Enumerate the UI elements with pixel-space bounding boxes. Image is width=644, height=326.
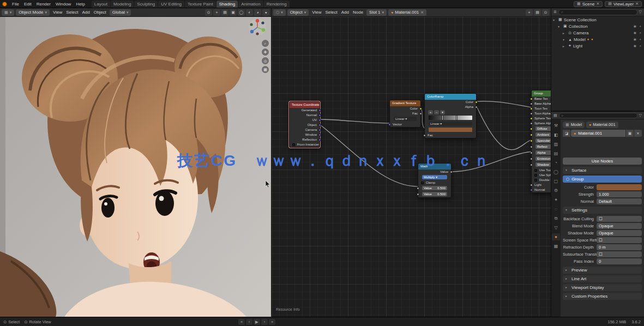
- shading-material-icon[interactable]: ◕: [254, 9, 261, 16]
- zoom-tool[interactable]: ⌕: [262, 40, 269, 47]
- menu-item[interactable]: File: [10, 2, 21, 7]
- workspace-tab[interactable]: Rendering: [264, 1, 290, 8]
- visibility-toggles[interactable]: ◉ ⌖: [634, 37, 642, 41]
- playback-button[interactable]: »: [269, 319, 275, 325]
- surface-shader-select[interactable]: ⬡ Group: [563, 176, 642, 183]
- tab-world[interactable]: ◯: [552, 168, 560, 176]
- node-title[interactable]: Math: [418, 164, 451, 170]
- node-socket[interactable]: [530, 134, 533, 136]
- close-icon[interactable]: ✕: [596, 2, 599, 6]
- overlays-icon[interactable]: ▤: [534, 9, 541, 16]
- node-socket[interactable]: [530, 128, 533, 130]
- node-gradient-texture[interactable]: Gradient TextureColorFacLinear ▾Vector: [389, 100, 421, 128]
- viewport-menu-item[interactable]: Add: [80, 10, 91, 15]
- overlays-icon[interactable]: ▤: [221, 9, 228, 16]
- tab-scene[interactable]: ◔: [552, 159, 560, 166]
- checkbox[interactable]: [292, 143, 295, 146]
- node-socket[interactable]: [318, 129, 321, 131]
- menu-item[interactable]: Edit: [22, 2, 34, 7]
- collapsed-section-header[interactable]: ▸ Viewport Display: [563, 284, 642, 291]
- node-editor-menu-item[interactable]: View: [310, 10, 323, 15]
- outliner-row[interactable]: ▾ ▦ Scene Collection: [551, 16, 644, 23]
- node-math[interactable]: MathValueMultiply ▾ ClampValue0.500Value…: [418, 163, 452, 198]
- playback-button[interactable]: ‹: [246, 319, 252, 325]
- snap-magnet-icon[interactable]: ⊙: [205, 9, 212, 16]
- node-editor-menu-item[interactable]: Add: [340, 10, 351, 15]
- node-socket[interactable]: [530, 189, 533, 191]
- use-nodes-button[interactable]: Use Nodes: [563, 158, 642, 165]
- tab-texture[interactable]: ▦: [552, 243, 560, 250]
- shading-wireframe-icon[interactable]: ◯: [238, 9, 245, 16]
- node-row-check[interactable]: From Instancer: [290, 142, 320, 147]
- node-socket[interactable]: [475, 106, 478, 108]
- node-row-btns[interactable]: +−▾: [425, 110, 476, 115]
- fake-user-button[interactable]: ▣: [626, 130, 634, 137]
- shading-solid-icon[interactable]: ◐: [246, 9, 253, 16]
- property-value[interactable]: Default: [597, 198, 642, 204]
- ramp-button[interactable]: ▾: [440, 110, 445, 114]
- disclosure-icon[interactable]: ▾: [563, 38, 567, 41]
- property-value[interactable]: Opaque: [597, 230, 642, 236]
- ortho-grid-tool[interactable]: ▦: [262, 66, 269, 73]
- scene-selector[interactable]: ▦ Scene ✕: [574, 1, 603, 7]
- node-socket[interactable]: [530, 117, 533, 120]
- node-socket[interactable]: [530, 164, 533, 166]
- material-datablock[interactable]: ● Material.001 ✕: [388, 9, 426, 16]
- outliner-row[interactable]: ▾ ▣ Collection ◉ ⌖: [551, 23, 644, 29]
- node-row-check[interactable]: Use Toon: [532, 168, 551, 173]
- node-socket[interactable]: [318, 138, 321, 141]
- node-title[interactable]: ColorRamp: [425, 94, 476, 100]
- unlink-button[interactable]: ✕: [634, 130, 642, 137]
- color-swatch[interactable]: [429, 128, 472, 132]
- menu-item[interactable]: Render: [34, 2, 53, 7]
- node-title[interactable]: Texture Coordinate: [290, 102, 320, 108]
- node-row-field[interactable]: Shadow0.500: [532, 162, 551, 168]
- ramp-stop[interactable]: [456, 115, 458, 120]
- viewport-menu-item[interactable]: Select: [64, 10, 80, 15]
- node-socket[interactable]: [530, 158, 533, 160]
- ramp-stop[interactable]: [442, 115, 443, 120]
- pin-icon[interactable]: ⌖: [526, 9, 533, 16]
- playback-button[interactable]: ›: [261, 319, 268, 325]
- camera-view-tool[interactable]: ◎: [262, 57, 269, 64]
- visibility-toggles[interactable]: ◉ ⌖: [634, 31, 642, 35]
- node-title[interactable]: Group: [532, 90, 551, 96]
- property-value[interactable]: 0 m: [597, 244, 642, 250]
- transform-orientation-select[interactable]: Global ▾: [110, 9, 131, 16]
- snap-icon[interactable]: ⊙: [542, 9, 549, 16]
- visibility-toggles[interactable]: ◉ ⌖: [634, 24, 642, 28]
- node-row-select[interactable]: Linear ▾: [390, 117, 420, 122]
- outliner-editor-icon[interactable]: ≣: [553, 10, 557, 14]
- node-row-swatch[interactable]: [425, 128, 476, 133]
- filter-icon[interactable]: ▽: [639, 113, 642, 118]
- node-row-select[interactable]: Multiply ▾: [418, 175, 451, 180]
- tab-output[interactable]: ▥: [552, 141, 560, 148]
- filter-icon[interactable]: ▽: [639, 10, 642, 14]
- node-row-check[interactable]: Use Sphere: [532, 173, 551, 178]
- outliner-row[interactable]: ▾ ▲ Model ● ● ◉ ⌖: [551, 36, 644, 43]
- property-value[interactable]: 1.000: [597, 191, 642, 197]
- node-socket[interactable]: [417, 187, 419, 190]
- tab-constraints[interactable]: ⧉: [552, 215, 560, 222]
- node-group[interactable]: GroupBase TexBase AlphaToon TexToon Alph…: [531, 90, 551, 193]
- tab-physics[interactable]: ◌: [552, 206, 560, 213]
- outliner-search-input[interactable]: ⌕: [558, 9, 637, 15]
- workspace-tab[interactable]: Sculpting: [134, 1, 158, 8]
- node-texture-coordinate[interactable]: Texture CoordinateGeneratedNormalUVObjec…: [289, 101, 320, 148]
- ramp-button[interactable]: −: [434, 110, 439, 114]
- node-socket[interactable]: [417, 193, 419, 196]
- shading-rendered-icon[interactable]: ●: [262, 9, 269, 16]
- node-editor-menu-item[interactable]: Select: [323, 10, 339, 15]
- node-socket[interactable]: [530, 102, 533, 105]
- node-socket[interactable]: [318, 124, 321, 126]
- node-socket[interactable]: [318, 119, 321, 122]
- workspace-tab[interactable]: Animation: [238, 1, 263, 8]
- menu-item[interactable]: Window: [53, 2, 73, 7]
- node-socket[interactable]: [530, 184, 533, 186]
- node-row-field[interactable]: Diffuse1.000: [532, 126, 551, 132]
- collapsed-section-header[interactable]: ▸ Custom Properties: [563, 293, 642, 300]
- close-icon[interactable]: ✕: [635, 2, 639, 6]
- node-row-ramp[interactable]: [425, 116, 476, 121]
- node-socket[interactable]: [530, 107, 533, 110]
- node-socket[interactable]: [419, 107, 422, 110]
